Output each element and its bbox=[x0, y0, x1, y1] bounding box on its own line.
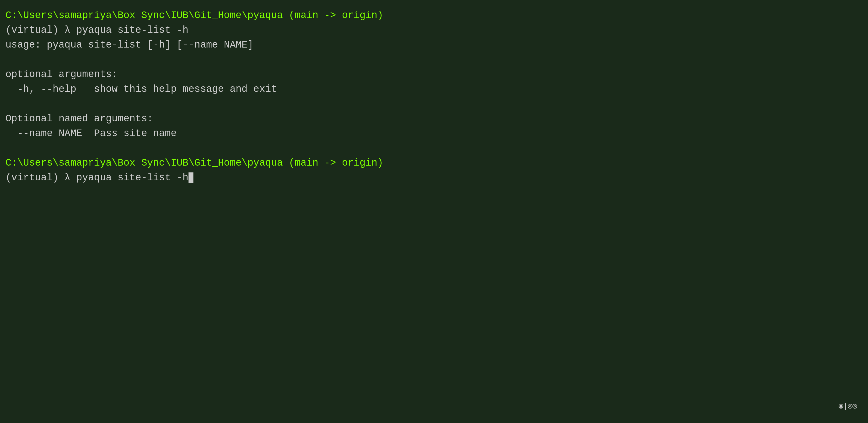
output-help-flag: -h, --help show this help message and ex… bbox=[5, 82, 863, 97]
empty-line-1 bbox=[5, 53, 863, 67]
output-name-arg: --name NAME Pass site name bbox=[5, 126, 863, 141]
output-usage: usage: pyaqua site-list [-h] [--name NAM… bbox=[5, 38, 863, 53]
terminal-window: C:\Users\samapriya\Box Sync\IUB\Git_Home… bbox=[5, 8, 863, 415]
empty-line-3 bbox=[5, 141, 863, 156]
cursor bbox=[188, 173, 193, 183]
output-named-args-header: Optional named arguments: bbox=[5, 112, 863, 126]
empty-line-2 bbox=[5, 97, 863, 112]
prompt-virtual-line-1: (virtual) λ pyaqua site-list -h bbox=[5, 23, 863, 38]
output-optional-args-header: optional arguments: bbox=[5, 67, 863, 82]
prompt-virtual-line-2: (virtual) λ pyaqua site-list -h bbox=[5, 171, 863, 185]
prompt-path-line-2: C:\Users\samapriya\Box Sync\IUB\Git_Home… bbox=[5, 156, 863, 171]
status-bar: ◉|◎◎ bbox=[839, 401, 857, 412]
prompt-path-line-1: C:\Users\samapriya\Box Sync\IUB\Git_Home… bbox=[5, 8, 863, 23]
